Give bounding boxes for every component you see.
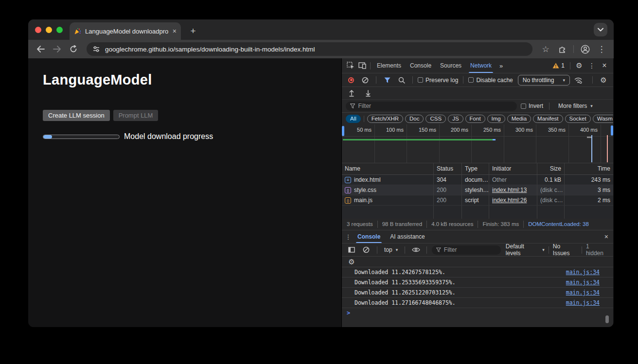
tab-search-button[interactable] (594, 23, 607, 36)
tick-label: 400 ms (569, 127, 598, 133)
chip-doc[interactable]: Doc (405, 115, 424, 123)
chip-img[interactable]: Img (487, 115, 505, 123)
hidden-messages-count[interactable]: 1 hidden (584, 243, 609, 257)
chip-manifest[interactable]: Manifest (533, 115, 563, 123)
chip-fetch-xhr[interactable]: Fetch/XHR (367, 115, 403, 123)
checkbox-box[interactable] (468, 77, 474, 83)
clear-console-icon[interactable] (360, 244, 372, 256)
chip-font[interactable]: Font (465, 115, 485, 123)
column-header-initiator[interactable]: Initiator (489, 163, 537, 174)
preserve-log-checkbox[interactable]: Preserve log (418, 77, 458, 84)
network-filter-input-wrap[interactable] (346, 102, 517, 111)
close-drawer-icon[interactable]: × (604, 233, 608, 241)
new-tab-button[interactable]: + (187, 25, 199, 37)
back-button[interactable] (33, 42, 48, 56)
site-info-icon[interactable] (92, 45, 100, 53)
checkbox-box[interactable] (521, 104, 526, 109)
prompt-llm-button[interactable]: Prompt LLM (113, 110, 159, 121)
chip-all[interactable]: All (346, 115, 361, 123)
maximize-window-button[interactable] (56, 27, 63, 33)
table-row[interactable]: ≡ index.html 304 docum… Other 0.1 kB 243… (342, 175, 613, 185)
clear-network-log-icon[interactable] (359, 74, 371, 86)
source-link[interactable]: main.js:34 (566, 279, 600, 286)
checkbox-box[interactable] (418, 77, 423, 83)
tab-network[interactable]: Network (466, 58, 496, 73)
execution-context-select[interactable]: top ▾ (382, 246, 400, 253)
drawer-menu-icon[interactable]: ⋮ (344, 231, 353, 243)
more-tabs-icon[interactable]: » (496, 62, 506, 69)
chip-css[interactable]: CSS (425, 115, 446, 123)
chip-js[interactable]: JS (448, 115, 463, 123)
browser-tab[interactable]: LanguageModel downloadpro × (70, 22, 181, 40)
network-conditions-icon[interactable] (573, 74, 585, 86)
chip-socket[interactable]: Socket (565, 115, 591, 123)
column-header-size[interactable]: Size (537, 163, 565, 174)
console-message[interactable]: Downloaded 11.25335693359375%. main.js:3… (342, 277, 613, 288)
invert-checkbox[interactable]: Invert (521, 103, 543, 109)
forward-button[interactable] (50, 42, 64, 56)
drawer-tab-console[interactable]: Console (353, 230, 385, 243)
console-sidebar-icon[interactable] (346, 244, 357, 256)
settings-gear-icon[interactable]: ⚙ (573, 60, 585, 71)
source-link[interactable]: main.js:34 (566, 269, 600, 276)
inspect-element-icon[interactable] (345, 60, 356, 71)
column-header-name[interactable]: Name (342, 163, 434, 174)
tab-favicon-icon (74, 28, 81, 35)
tab-sources[interactable]: Sources (436, 58, 466, 73)
live-expression-eye-icon[interactable] (410, 244, 422, 256)
console-prompt[interactable]: > (342, 308, 613, 318)
tab-close-icon[interactable]: × (173, 28, 177, 35)
table-row[interactable]: () main.js 200 script index.html:26 (dis… (342, 195, 613, 206)
console-filter-input-wrap[interactable] (432, 245, 501, 255)
network-settings-gear-icon[interactable]: ⚙ (598, 74, 609, 86)
column-header-status[interactable]: Status (434, 163, 462, 174)
export-har-icon[interactable] (362, 87, 374, 99)
close-window-button[interactable] (35, 27, 41, 33)
profile-avatar-icon[interactable] (578, 42, 592, 56)
network-filter-input[interactable] (358, 103, 513, 109)
device-toolbar-icon[interactable] (356, 60, 368, 71)
log-levels-select[interactable]: Default levels ▾ (504, 243, 547, 257)
table-filler-row (342, 206, 613, 219)
initiator-link[interactable]: index.html:13 (492, 187, 527, 193)
chip-wasm[interactable]: Wasm (593, 115, 613, 123)
column-header-time[interactable]: Time (565, 163, 613, 174)
overview-right-handle[interactable] (611, 125, 613, 136)
extensions-icon[interactable] (555, 42, 569, 56)
column-header-type[interactable]: Type (462, 163, 489, 174)
tab-console[interactable]: Console (406, 58, 436, 73)
tab-elements[interactable]: Elements (372, 58, 406, 73)
bookmark-star-icon[interactable]: ☆ (538, 42, 553, 56)
network-overview-timeline[interactable]: 50 ms 100 ms 150 ms 200 ms 250 ms 300 ms… (342, 124, 613, 163)
more-filters-button[interactable]: More filters ▾ (555, 103, 596, 109)
search-icon[interactable] (396, 74, 408, 86)
minimize-window-button[interactable] (46, 27, 52, 33)
source-link[interactable]: main.js:34 (566, 299, 600, 306)
console-filter-input[interactable] (444, 246, 496, 253)
disable-cache-checkbox[interactable]: Disable cache (468, 77, 513, 84)
throttling-select[interactable]: No throttling ▾ (518, 75, 570, 86)
create-llm-session-button[interactable]: Create LLM session (43, 110, 110, 121)
initiator-link[interactable]: index.html:26 (492, 197, 527, 204)
import-har-icon[interactable] (346, 87, 357, 99)
drawer-tab-ai-assistance[interactable]: AI assistance (385, 230, 429, 243)
chip-media[interactable]: Media (507, 115, 531, 123)
overview-left-handle[interactable] (342, 126, 344, 136)
issues-counter[interactable]: No Issues (551, 243, 580, 257)
close-devtools-icon[interactable]: × (599, 60, 610, 71)
devtools-menu-icon[interactable]: ⋮ (586, 60, 598, 71)
console-message[interactable]: Downloaded 11.26251220703125%. main.js:3… (342, 288, 613, 298)
reload-button[interactable] (66, 42, 81, 56)
console-message[interactable]: Downloaded 11.24267578125%. main.js:34 (342, 267, 613, 277)
console-message[interactable]: Downloaded 11.27166748046875%. main.js:3… (342, 298, 613, 308)
url-bar[interactable]: googlechrome.github.io/samples/downloadi… (87, 42, 532, 56)
network-summary-bar: 3 requests 98 B transferred 4.0 kB resou… (342, 218, 613, 230)
console-scrollbar-thumb[interactable] (605, 315, 609, 323)
warning-badge[interactable]: 1 (550, 62, 567, 69)
source-link[interactable]: main.js:34 (566, 289, 600, 296)
table-row[interactable]: {} style.css 200 stylesh… index.html:13 … (342, 185, 613, 195)
browser-menu-icon[interactable]: ⋮ (594, 42, 609, 56)
console-settings-gear-icon[interactable]: ⚙ (346, 256, 357, 268)
filter-funnel-icon[interactable] (381, 74, 393, 86)
record-network-log-button[interactable] (348, 77, 354, 83)
